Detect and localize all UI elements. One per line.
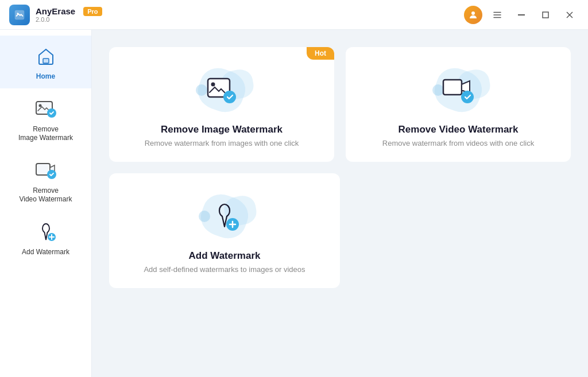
maximize-button[interactable] xyxy=(536,6,555,24)
menu-button[interactable] xyxy=(488,6,506,24)
svg-rect-4 xyxy=(493,14,501,15)
titlebar: AnyErase Pro 2.0.0 xyxy=(0,0,588,30)
add-watermark-desc: Add self-defined watermarks to images or… xyxy=(144,265,305,274)
content-area: Hot Remove Imag xyxy=(92,30,588,377)
user-icon[interactable] xyxy=(464,6,482,24)
svg-point-22 xyxy=(223,91,236,103)
pro-badge: Pro xyxy=(83,7,102,16)
sidebar-item-add-watermark[interactable]: Add Watermark xyxy=(0,211,91,264)
svg-point-24 xyxy=(461,91,474,103)
remove-image-card-icon xyxy=(193,64,250,116)
sidebar-remove-image-label: RemoveImage Watermark xyxy=(18,125,73,143)
add-watermark-card-icon xyxy=(196,191,253,242)
add-watermark-title: Add Watermark xyxy=(188,250,260,262)
app-name: AnyErase xyxy=(36,6,75,16)
remove-video-desc: Remove watermark from videos with one cl… xyxy=(382,139,534,147)
feature-card-remove-video[interactable]: Remove Video Watermark Remove watermark … xyxy=(346,47,571,162)
app-version: 2.0.0 xyxy=(36,16,102,23)
svg-rect-3 xyxy=(493,11,501,13)
feature-card-remove-image[interactable]: Hot Remove Imag xyxy=(109,47,334,162)
remove-image-icon xyxy=(33,96,59,122)
sidebar-remove-video-label: RemoveVideo Watermark xyxy=(19,186,72,204)
sidebar-home-label: Home xyxy=(36,72,55,81)
svg-point-12 xyxy=(38,104,41,107)
main-layout: Home RemoveImage Watermark xyxy=(0,30,588,377)
feature-card-add-watermark[interactable]: Add Watermark Add self-defined watermark… xyxy=(109,173,340,288)
sidebar-item-home[interactable]: Home xyxy=(0,36,91,88)
remove-video-title: Remove Video Watermark xyxy=(399,124,519,135)
svg-rect-10 xyxy=(43,59,49,63)
svg-point-1 xyxy=(17,13,18,14)
app-name-block: AnyErase Pro 2.0.0 xyxy=(36,6,102,23)
sidebar-item-remove-video[interactable]: RemoveVideo Watermark xyxy=(0,150,91,211)
svg-rect-5 xyxy=(493,17,501,18)
home-icon xyxy=(33,44,59,69)
sidebar-item-remove-image[interactable]: RemoveImage Watermark xyxy=(0,88,91,150)
titlebar-controls xyxy=(464,6,579,24)
svg-rect-7 xyxy=(543,12,548,18)
svg-rect-23 xyxy=(443,80,462,95)
remove-image-desc: Remove watermark from images with one cl… xyxy=(145,139,299,147)
sidebar-add-watermark-label: Add Watermark xyxy=(22,248,69,257)
features-grid: Hot Remove Imag xyxy=(109,47,571,288)
sidebar: Home RemoveImage Watermark xyxy=(0,30,92,377)
remove-image-title: Remove Image Watermark xyxy=(161,124,283,135)
close-button[interactable] xyxy=(560,6,579,24)
remove-video-icon xyxy=(33,158,59,183)
add-watermark-icon xyxy=(33,219,59,244)
svg-rect-6 xyxy=(518,14,525,15)
app-logo xyxy=(9,5,30,25)
hot-badge: Hot xyxy=(307,47,334,60)
svg-point-21 xyxy=(211,83,215,87)
minimize-button[interactable] xyxy=(512,6,531,24)
remove-video-card-icon xyxy=(430,64,487,116)
svg-point-2 xyxy=(471,11,475,15)
